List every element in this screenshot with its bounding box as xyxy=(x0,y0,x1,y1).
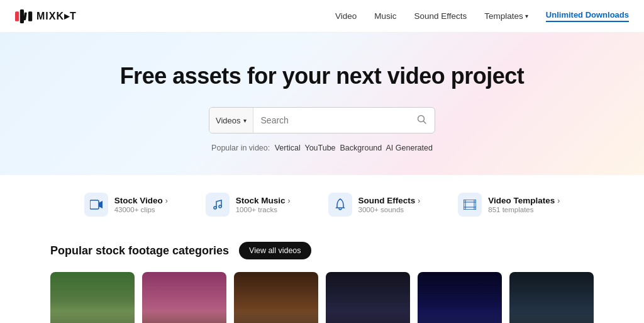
popular-tags: Popular in video: Vertical YouTube Backg… xyxy=(13,144,631,152)
tag-ai-generated[interactable]: AI Generated xyxy=(386,144,433,152)
video-templates-title: Video Templates xyxy=(488,196,555,205)
category-tile-animals[interactable]: Animals xyxy=(234,272,318,323)
stock-music-sub: 1000+ tracks xyxy=(236,206,291,213)
sound-effects-icon-box xyxy=(328,193,352,217)
category-label-nature: Nature xyxy=(50,311,135,323)
category-tile-food[interactable]: Food xyxy=(326,272,410,323)
search-type-label: Videos xyxy=(216,116,241,125)
sound-effects-arrow: › xyxy=(418,196,420,205)
templates-chevron: ▾ xyxy=(525,13,528,20)
film-icon xyxy=(464,200,476,210)
search-input[interactable] xyxy=(253,108,409,133)
video-templates-sub: 851 templates xyxy=(488,206,560,213)
video-templates-arrow: › xyxy=(557,196,560,205)
category-tile-nature[interactable]: Nature xyxy=(50,272,135,323)
tag-vertical[interactable]: Vertical xyxy=(275,144,301,152)
section-header: Popular stock footage categories View al… xyxy=(50,242,594,259)
stock-music-icon-box xyxy=(206,193,230,217)
stock-video-icon-box xyxy=(84,193,108,217)
svg-rect-3 xyxy=(28,11,32,21)
view-all-videos-button[interactable]: View all videos xyxy=(239,242,311,259)
cat-icon-sound-effects[interactable]: Sound Effects › 3000+ sounds xyxy=(328,193,421,217)
nav-sound-effects[interactable]: Sound Effects xyxy=(414,11,467,21)
section-title: Popular stock footage categories xyxy=(50,244,229,258)
search-bar: Videos ▾ xyxy=(209,107,435,133)
cat-icon-video-templates[interactable]: Video Templates › 851 templates xyxy=(458,193,560,217)
nav-templates[interactable]: Templates ▾ xyxy=(484,11,528,21)
video-templates-icon-box xyxy=(458,193,482,217)
search-type-dropdown[interactable]: Videos ▾ xyxy=(209,108,253,133)
logo-icon xyxy=(15,9,33,23)
svg-point-7 xyxy=(214,207,216,209)
video-icon xyxy=(90,200,103,210)
category-tile-lifestyle[interactable]: Lifestyle xyxy=(142,272,226,323)
category-label-animals: Animals xyxy=(234,311,318,323)
popular-label: Popular in video: xyxy=(211,144,270,152)
dropdown-chevron: ▾ xyxy=(243,117,247,124)
stock-video-title: Stock Video xyxy=(114,196,163,205)
hero-headline: Free assets for your next video project xyxy=(13,63,631,89)
category-label-transport: Transport xyxy=(418,311,502,323)
stock-video-sub: 43000+ clips xyxy=(114,206,168,213)
search-icon[interactable] xyxy=(409,115,435,127)
svg-point-8 xyxy=(219,205,221,208)
logo[interactable]: MIXK▸T xyxy=(15,9,77,23)
music-icon xyxy=(212,199,223,210)
svg-rect-6 xyxy=(90,200,99,209)
nav-links: Video Music Sound Effects Templates ▾ Un… xyxy=(335,10,629,22)
svg-rect-1 xyxy=(20,9,24,23)
stock-video-arrow: › xyxy=(165,196,168,205)
navbar: MIXK▸T Video Music Sound Effects Templat… xyxy=(0,0,644,33)
svg-rect-0 xyxy=(15,11,19,21)
category-tile-business[interactable]: Business xyxy=(509,272,594,323)
tag-youtube[interactable]: YouTube xyxy=(304,144,335,152)
tag-background[interactable]: Background xyxy=(340,144,382,152)
category-icons-row: Stock Video › 43000+ clips Stock Music ›… xyxy=(0,175,644,222)
category-label-lifestyle: Lifestyle xyxy=(142,311,226,323)
category-label-business: Business xyxy=(509,311,594,323)
nav-music[interactable]: Music xyxy=(374,11,396,21)
category-label-food: Food xyxy=(326,311,410,323)
svg-line-5 xyxy=(424,121,426,123)
logo-text: MIXK▸T xyxy=(36,10,77,22)
hero-section: Free assets for your next video project … xyxy=(0,33,644,175)
sound-effects-title: Sound Effects xyxy=(358,196,416,205)
categories-section: Popular stock footage categories View al… xyxy=(0,222,644,323)
sound-effects-sub: 3000+ sounds xyxy=(358,206,421,213)
nav-video[interactable]: Video xyxy=(335,11,357,21)
categories-grid: Nature Lifestyle Animals Food Transport … xyxy=(50,272,594,323)
category-tile-transport[interactable]: Transport xyxy=(418,272,502,323)
cat-icon-stock-video[interactable]: Stock Video › 43000+ clips xyxy=(84,193,168,217)
cat-icon-stock-music[interactable]: Stock Music › 1000+ tracks xyxy=(206,193,291,217)
stock-music-title: Stock Music xyxy=(236,196,286,205)
stock-music-arrow: › xyxy=(288,196,291,205)
nav-unlimited[interactable]: Unlimited Downloads xyxy=(546,10,629,22)
bell-icon xyxy=(335,198,345,211)
